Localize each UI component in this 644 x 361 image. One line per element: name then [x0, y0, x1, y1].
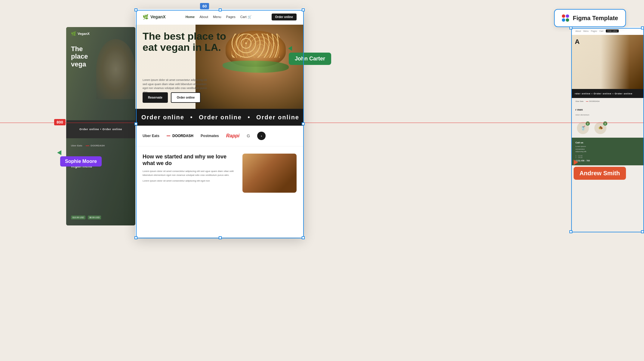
- bg-website-card-left: 🌿 VeganX Theplacevega Order online • Ord…: [66, 27, 135, 225]
- handle-bl[interactable]: [134, 236, 137, 239]
- bg-right-order-btn: Order online: [606, 29, 619, 32]
- figma-icon-grid: [562, 14, 569, 22]
- handle-bc[interactable]: [219, 236, 222, 239]
- bg-right-ticker-text: rder online • Order online • Order onlin…: [572, 92, 636, 95]
- bg-website-card-right: About Menu Pages Cart Order online A rde…: [572, 27, 644, 231]
- figma-dot-red: [562, 14, 565, 18]
- cursor-sophie: Sophie Moore: [60, 150, 102, 167]
- bg-right-hero-title: A: [575, 38, 580, 46]
- hero-buttons: Reservate Order online: [143, 92, 201, 103]
- delivery-postmates: Postmates: [201, 134, 219, 138]
- handle-mr[interactable]: [302, 122, 305, 125]
- cursor-label-john: John Carter: [289, 53, 331, 65]
- delivery-partners-section: Uber Eats DOORDASH Postmates Rappi G ›: [135, 126, 304, 146]
- bg-right-contact-phone: (123) 456 - 789: [575, 160, 640, 162]
- main-website-frame: 🌿 VeganX Home About Menu Pages Cart 🛒 Or…: [135, 9, 304, 237]
- figma-dot-green: [566, 18, 569, 22]
- nav-logo-leaf-icon: 🌿: [143, 14, 149, 20]
- bg-right-menu-desc: ndum elementum: [575, 114, 640, 116]
- handle-tc[interactable]: [219, 8, 222, 11]
- handle-ml[interactable]: [134, 122, 137, 125]
- figma-template-badge: Figma Template: [554, 9, 626, 27]
- reserve-button[interactable]: Reservate: [143, 92, 168, 103]
- sel-right-border-bottom: [571, 232, 643, 232]
- handle-right-tl[interactable]: [569, 26, 572, 29]
- bg-right-contact-hours: 1 - 12:00 1 - 18:00: [575, 155, 640, 158]
- bg-left-logo: 🌿 VeganX: [71, 31, 90, 36]
- hero-title: The best place to eat vegan in LA.: [143, 31, 227, 53]
- bg-right-menu-section: r men ndum elementum: [572, 105, 644, 120]
- handle-br[interactable]: [302, 236, 305, 239]
- handle-tl[interactable]: [134, 8, 137, 11]
- nav-link-menu[interactable]: Menu: [213, 15, 221, 19]
- bg-right-item-drink: 2 🥤: [575, 122, 590, 135]
- delivery-extra-logo: G: [247, 133, 250, 138]
- handle-right-tr[interactable]: [641, 26, 644, 29]
- measurement-line-horizontal: [0, 123, 644, 123]
- food-lettuce: [223, 61, 289, 73]
- cursor-label-andrew: Andrew Smith: [574, 167, 626, 180]
- bg-right-menu-title: r men: [575, 108, 640, 111]
- delivery-doordash: DOORDASH: [167, 134, 193, 138]
- bg-right-ticker: rder online • Order online • Order onlin…: [572, 89, 644, 98]
- hero-description: Lorem ipsum dolor sit amet consectetur a…: [143, 78, 209, 94]
- figma-dot-purple: [566, 14, 569, 18]
- bg-right-hero: A: [572, 35, 644, 89]
- bg-right-contact-section: Call us Lorem ipsumconsecteturadipiscing…: [572, 138, 644, 165]
- figma-icon: [562, 14, 569, 22]
- nav-link-about[interactable]: About: [199, 15, 208, 19]
- about-burger-visual: [242, 154, 297, 193]
- bg-right-item-badge-1: 2: [586, 121, 590, 126]
- order-online-button[interactable]: Order online: [171, 92, 201, 103]
- bg-right-item-badge-2: 2: [603, 121, 607, 126]
- nav-link-pages[interactable]: Pages: [226, 15, 235, 19]
- handle-right-bl[interactable]: [569, 230, 572, 233]
- bg-left-ticker-stripe: Order online • Order online: [66, 120, 135, 138]
- figma-template-label: Figma Template: [573, 15, 618, 22]
- figma-dot-blue: [562, 18, 565, 22]
- nav-link-cart[interactable]: Cart 🛒: [240, 15, 252, 19]
- nav-links: Home About Menu Pages Cart 🛒: [186, 15, 252, 19]
- cursor-label-sophie: Sophie Moore: [60, 156, 102, 167]
- nav-cta-button[interactable]: Order online: [272, 14, 297, 20]
- measurement-height-badge: 60: [200, 3, 209, 9]
- about-section: How we started and why we love what we d…: [135, 146, 304, 200]
- bg-right-delivery: Uber Eats DOORDASH: [572, 98, 644, 105]
- about-food-image: [242, 154, 297, 193]
- bg-left-hero-text: Theplacevega: [71, 45, 88, 68]
- delivery-ubereats: Uber Eats: [143, 134, 159, 138]
- bg-right-contact-title: Call us: [575, 141, 640, 144]
- bg-right-contact-text: Lorem ipsumconsecteturadipiscing elit.: [575, 145, 640, 153]
- handle-right-br[interactable]: [641, 230, 644, 233]
- food-seeds: [232, 34, 280, 58]
- bg-left-delivery-logos: Uber Eats DOORDASH: [71, 144, 105, 147]
- ticker-stripe: Order online • Order online • Order onli…: [135, 109, 304, 126]
- sel-right-border-left: [571, 28, 572, 232]
- about-desc-2: Lorem ipsum dolor sit amet consectetur a…: [143, 179, 235, 183]
- bg-left-prices: $10.99 USD $6.99 USD: [71, 216, 101, 219]
- delivery-rappi: Rappi: [226, 133, 239, 139]
- bg-right-item-food: 2 🧆: [593, 122, 608, 135]
- ticker-text: Order online • Order online • Order onli…: [135, 114, 304, 121]
- cursor-andrew: Andrew Smith: [574, 167, 626, 180]
- handle-tr[interactable]: [302, 8, 305, 11]
- delivery-more-button[interactable]: ›: [257, 132, 266, 140]
- main-hero-section: The best place to eat vegan in LA. Lorem…: [135, 25, 304, 109]
- about-title: How we started and why we love what we d…: [143, 154, 235, 167]
- about-desc-1: Lorem ipsum dolor sit amet consectetur a…: [143, 170, 235, 177]
- sel-right-border-top: [571, 28, 643, 29]
- about-text-content: How we started and why we love what we d…: [143, 154, 235, 193]
- nav-link-home[interactable]: Home: [186, 15, 195, 19]
- measurement-width-badge: 800: [54, 119, 66, 125]
- nav-logo-text: VeganX: [150, 14, 166, 19]
- nav-logo: 🌿 VeganX: [143, 14, 166, 20]
- bg-right-menu-items: 2 🥤 2 🧆: [572, 122, 644, 135]
- cursor-john: John Carter: [289, 53, 331, 65]
